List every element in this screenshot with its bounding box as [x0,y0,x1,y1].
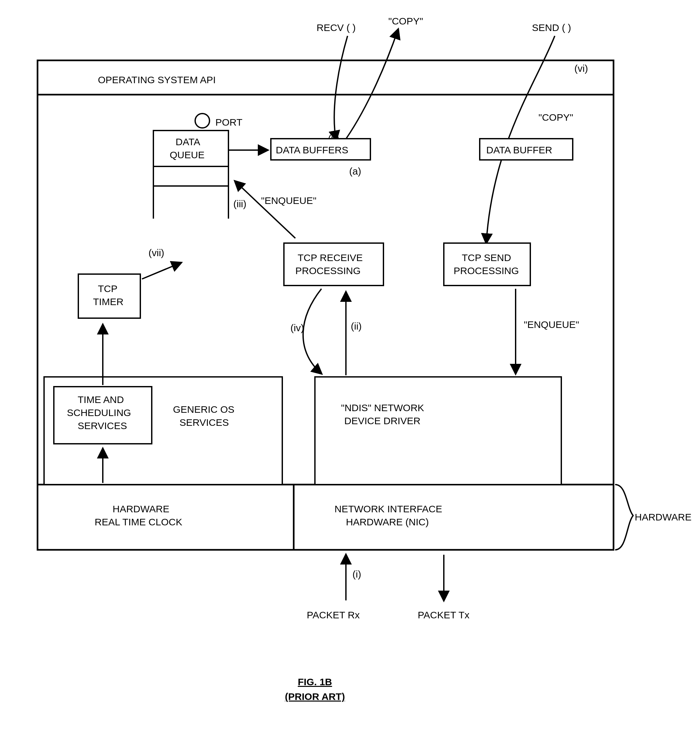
marker-a: (a) [349,166,361,176]
copy-recv-label: "COPY" [388,16,423,27]
enqueue-recv-label: "ENQUEUE" [261,195,317,206]
tcp-timer-l2: TIMER [93,296,123,307]
gos-l1: GENERIC OS [173,404,234,415]
data-queue-l2: QUEUE [170,149,204,160]
marker-vi: (vi) [574,63,588,74]
svg-line-16 [142,263,181,279]
send-label: SEND ( ) [532,22,571,33]
svg-rect-23 [315,377,561,485]
gos-l2: SERVICES [179,417,229,428]
svg-rect-14 [444,243,530,286]
marker-ii: (ii) [351,321,361,332]
nic-l2: HARDWARE (NIC) [346,517,429,527]
data-buffer-right: DATA BUFFER [486,145,552,155]
data-buffers-label: DATA BUFFERS [276,145,348,155]
marker-i: (i) [352,569,361,580]
ndis-l2: DEVICE DRIVER [344,415,420,426]
ts-l1: TIME AND [78,394,124,405]
figure-prior-art: (PRIOR ART) [285,691,345,702]
marker-iv: (iv) [290,323,304,333]
svg-rect-5 [153,130,228,166]
recv-label: RECV ( ) [317,22,356,33]
svg-line-12 [235,181,295,238]
figure-caption: FIG. 1B [297,676,332,687]
ts-l2: SCHEDULING [67,407,131,418]
ndis-l1: "NDIS" NETWORK [341,403,424,413]
svg-rect-13 [284,243,383,286]
tcp-recv-l2: PROCESSING [295,265,361,276]
data-queue-l1: DATA [176,136,200,147]
api-band-label: OPERATING SYSTEM API [98,74,216,85]
marker-iii: (iii) [233,198,246,209]
tcp-timer-l1: TCP [98,283,117,294]
enqueue-send-label: "ENQUEUE" [524,319,579,330]
svg-point-4 [195,114,210,128]
marker-vii: (vii) [148,247,164,258]
packet-tx: PACKET Tx [418,610,469,620]
port-label: PORT [215,117,243,127]
hwclk-l1: HARDWARE [112,503,169,514]
nic-l1: NETWORK INTERFACE [334,503,442,514]
packet-rx: PACKET Rx [307,610,360,620]
hwclk-l2: REAL TIME CLOCK [95,517,182,527]
tcp-recv-l1: TCP RECEIVE [297,252,363,263]
hardware-brace-label: HARDWARE [635,512,691,522]
tcp-send-l2: PROCESSING [454,265,519,276]
ts-l3: SERVICES [78,420,127,431]
tcp-send-l1: TCP SEND [462,252,511,263]
copy-send-label: "COPY" [539,112,573,123]
